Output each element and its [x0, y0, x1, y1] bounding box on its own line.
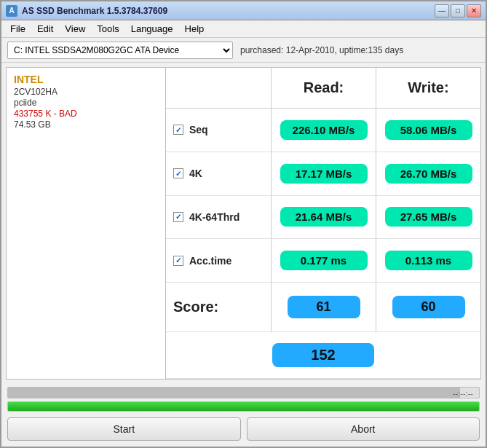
purchase-info: purchased: 12-Apr-2010, uptime:135 days: [240, 45, 403, 55]
device-name: INTEL: [14, 74, 158, 85]
menu-edit[interactable]: Edit: [31, 22, 59, 36]
toolbar: C: INTEL SSDSA2M080G2GC ATA Device purch…: [1, 38, 486, 63]
checkbox-4k[interactable]: ✓: [173, 168, 183, 178]
row-seq-write: 58.06 MB/s: [376, 109, 480, 152]
main-window: A AS SSD Benchmark 1.5.3784.37609 — □ ✕ …: [0, 0, 487, 448]
progress-fill: [8, 388, 460, 398]
device-driver: pciide: [14, 98, 158, 108]
4k-write-value: 26.70 MB/s: [385, 164, 472, 184]
checkbox-seq[interactable]: ✓: [173, 125, 183, 135]
window-controls: — □ ✕: [435, 4, 481, 17]
time-display: --:--:--: [453, 388, 473, 398]
row-4k64-write: 27.65 MB/s: [376, 196, 480, 240]
main-content: INTEL 2CV102HA pciide 433755 K - BAD 74.…: [1, 63, 486, 384]
window-title: AS SSD Benchmark 1.5.3784.37609: [22, 6, 435, 16]
score-write-value: 60: [392, 296, 465, 318]
green-bar: [7, 401, 480, 412]
minimize-button[interactable]: —: [435, 4, 449, 17]
score-label: Score:: [166, 283, 271, 332]
row-acctime-label: ✓ Acc.time: [166, 239, 271, 283]
acctime-write-value: 0.113 ms: [385, 251, 472, 270]
device-bad-status: 433755 K - BAD: [14, 109, 158, 119]
menu-language[interactable]: Language: [125, 22, 179, 36]
menu-view[interactable]: View: [59, 22, 91, 36]
checkbox-4k64[interactable]: ✓: [173, 212, 183, 222]
row-acctime-write: 0.113 ms: [376, 239, 480, 283]
row-seq-label: ✓ Seq: [166, 109, 271, 152]
row-seq-read: 226.10 MB/s: [271, 109, 376, 152]
app-icon: A: [6, 5, 17, 17]
close-button[interactable]: ✕: [467, 4, 481, 17]
4k64-read-value: 21.64 MB/s: [280, 207, 368, 227]
header-label: [166, 68, 271, 109]
row-acctime-read: 0.177 ms: [271, 239, 376, 283]
total-score-value: 152: [272, 343, 374, 367]
4k-read-value: 17.17 MB/s: [280, 164, 368, 184]
row-4k64-read: 21.64 MB/s: [271, 196, 376, 240]
seq-read-value: 226.10 MB/s: [280, 120, 368, 140]
menu-bar: File Edit View Tools Language Help: [1, 20, 486, 38]
row-4k64-label: ✓ 4K-64Thrd: [166, 196, 271, 240]
device-select[interactable]: C: INTEL SSDSA2M080G2GC ATA Device: [7, 42, 233, 59]
header-read: Read:: [271, 68, 376, 109]
row-4k-write: 26.70 MB/s: [376, 152, 480, 196]
score-read-value: 61: [288, 296, 360, 318]
menu-file[interactable]: File: [4, 22, 31, 36]
menu-tools[interactable]: Tools: [91, 22, 124, 36]
acctime-read-value: 0.177 ms: [280, 251, 368, 270]
benchmark-grid: Read: Write: ✓ Seq 226.10 MB/s 58.06 MB/…: [166, 67, 481, 380]
bottom-section: --:--:-- Start Abort: [1, 384, 486, 447]
total-score-row: 152: [166, 332, 480, 379]
menu-help[interactable]: Help: [179, 22, 210, 36]
checkbox-acctime[interactable]: ✓: [173, 256, 183, 266]
row-4k-read: 17.17 MB/s: [271, 152, 376, 196]
device-size: 74.53 GB: [14, 119, 158, 130]
buttons-row: Start Abort: [7, 417, 480, 441]
seq-write-value: 58.06 MB/s: [385, 120, 472, 140]
start-button[interactable]: Start: [7, 417, 241, 441]
device-info-panel: INTEL 2CV102HA pciide 433755 K - BAD 74.…: [6, 67, 166, 380]
maximize-button[interactable]: □: [451, 4, 465, 17]
device-model: 2CV102HA: [14, 87, 158, 97]
score-write-cell: 60: [376, 283, 480, 332]
score-read-cell: 61: [271, 283, 376, 332]
green-bar-fill: [8, 402, 479, 411]
row-4k-label: ✓ 4K: [166, 152, 271, 196]
progress-bar: --:--:--: [7, 387, 480, 398]
title-bar: A AS SSD Benchmark 1.5.3784.37609 — □ ✕: [1, 1, 486, 20]
4k64-write-value: 27.65 MB/s: [385, 207, 472, 227]
abort-button[interactable]: Abort: [247, 417, 480, 441]
header-write: Write:: [376, 68, 480, 109]
